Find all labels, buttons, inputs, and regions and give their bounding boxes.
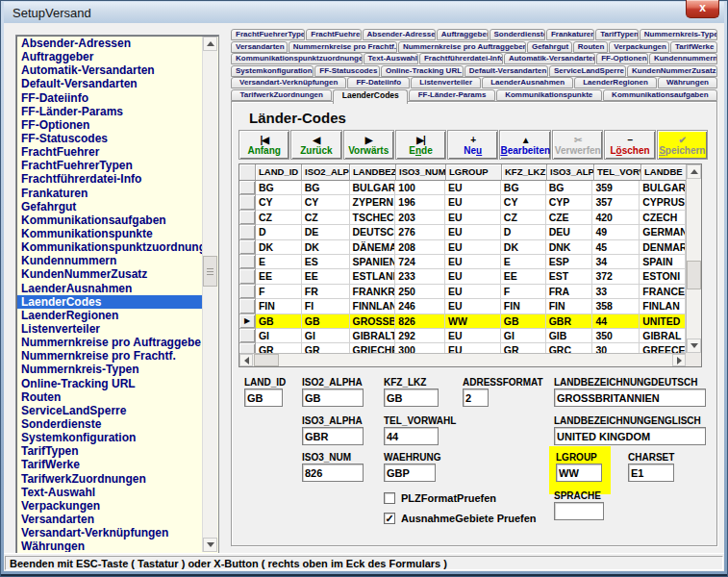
tab-nummernkreis-typen[interactable]: Nummernkreis-Typen: [640, 29, 717, 40]
record-selector[interactable]: [239, 240, 256, 255]
sidebar-item[interactable]: FrachtFuehrer: [17, 145, 202, 159]
sidebar-item[interactable]: KundenNummerZusatz: [17, 267, 202, 281]
close-button[interactable]: x: [686, 0, 719, 18]
tab-kommunikationsaufgaben[interactable]: Kommunikationsaufgaben: [603, 89, 717, 101]
sidebar-item[interactable]: Default-Versandarten: [17, 77, 202, 90]
tab-versandart-verkn-pfungen[interactable]: Versandart-Verknüpfungen: [231, 77, 346, 88]
waehrung-input[interactable]: [384, 464, 436, 482]
tab-laenderregionen[interactable]: LaenderRegionen: [574, 77, 657, 88]
adressformat-input[interactable]: [463, 389, 489, 407]
sidebar-item[interactable]: Systemkonfiguration: [17, 431, 202, 444]
sidebar-item[interactable]: FrachtFuehrerTypen: [17, 159, 202, 172]
sidebar-item[interactable]: LaenderCodes: [17, 295, 202, 309]
sidebar-item[interactable]: TarifwerkZuordnungen: [17, 472, 202, 486]
forward-button[interactable]: ▶Vorwärts: [343, 130, 394, 160]
tab-ff-statuscodes[interactable]: FF-Statuscodes: [314, 65, 380, 77]
tel-vorwahl-input[interactable]: [384, 427, 439, 445]
table-row[interactable]: EEEEESTLAND233EUEEEST372ESTONI: [239, 269, 686, 284]
sidebar-item[interactable]: Kommunikationspunkte: [17, 227, 202, 240]
tab-w-hrungen[interactable]: Währungen: [658, 77, 717, 88]
sidebar-item[interactable]: Kommunikationspunktzuordnung: [17, 240, 202, 254]
delete-button[interactable]: −Löschen: [604, 130, 655, 160]
sidebar-item[interactable]: FF-Optionen: [17, 118, 202, 132]
tab-default-versandarten[interactable]: Default-Versandarten: [464, 65, 548, 77]
sidebar-item[interactable]: FF-Statuscodes: [17, 132, 202, 145]
sidebar-item[interactable]: Versandarten: [17, 513, 202, 526]
column-header-tel_vorwa[interactable]: TEL_VORWA: [594, 164, 641, 181]
tab-ff-dateiinfo[interactable]: FF-Dateiinfo: [347, 77, 410, 88]
sidebar-item[interactable]: ServiceLandSperre: [17, 404, 202, 417]
scroll-down-icon[interactable]: [203, 538, 217, 552]
table-row[interactable]: ▶GBGBGROSSBRI826WWGBGBR44UNITED: [239, 314, 686, 329]
sidebar-item[interactable]: Frankaturen: [17, 187, 202, 200]
last-button[interactable]: ▶|Ende: [395, 130, 446, 160]
sidebar-item[interactable]: Online-Tracking URL: [17, 377, 202, 390]
sidebar-item[interactable]: Routen: [17, 390, 202, 404]
sidebar-item[interactable]: Versandart-Verknüpfungen: [17, 526, 202, 539]
tab-text-auswahl[interactable]: Text-Auswahl: [364, 53, 418, 64]
record-selector[interactable]: [239, 343, 256, 353]
grid-vscrollbar[interactable]: [686, 164, 701, 353]
sidebar-item[interactable]: Kundennummern: [17, 254, 202, 267]
column-header-land_id[interactable]: LAND_ID: [256, 164, 302, 181]
sidebar-item[interactable]: Text-Auswahl: [17, 486, 202, 499]
record-selector[interactable]: [239, 329, 256, 343]
record-selector[interactable]: [239, 195, 256, 210]
iso2-alpha-input[interactable]: [302, 389, 364, 407]
record-selector[interactable]: [239, 211, 256, 225]
ausnahmegebiete-checkbox[interactable]: ✓ AusnahmeGebiete Pruefen: [384, 513, 537, 524]
tab-tariftypen[interactable]: TarifTypen: [595, 29, 639, 40]
grid-scroll-up-icon[interactable]: [687, 164, 701, 179]
table-row[interactable]: CZCZTSCHECHIS203EUCZCZE420CZECH: [239, 211, 686, 225]
kfz-lkz-input[interactable]: [384, 389, 439, 407]
tab-kundennummerzusatz[interactable]: KundenNummerZusatz: [627, 65, 717, 77]
record-selector[interactable]: [239, 181, 256, 195]
tab-frachtfuehrertypen[interactable]: FrachtFuehrerTypen: [231, 29, 305, 40]
sidebar-scrollbar[interactable]: [202, 37, 217, 552]
current-record-marker-icon[interactable]: ▶: [239, 314, 256, 329]
tab-sonderdienste[interactable]: Sonderdienste: [490, 29, 545, 40]
grid-scroll-left-icon[interactable]: [239, 354, 253, 366]
first-button[interactable]: |◀Anfang: [238, 130, 289, 160]
scroll-up-icon[interactable]: [203, 37, 217, 51]
grid-scroll-down-icon[interactable]: [687, 339, 701, 353]
tab-automatik-versandarten[interactable]: Automatik-Versandarten: [504, 53, 595, 64]
landbezeichnungdeutsch-input[interactable]: [554, 389, 706, 407]
sidebar-item[interactable]: Nummernkreis-Typen: [17, 363, 202, 376]
tab-kundennummern[interactable]: Kundennummern: [649, 53, 717, 64]
tab-kommunikationspunkte[interactable]: Kommunikationspunkte: [496, 89, 602, 101]
column-header-landbezeic[interactable]: LANDBEZEIC: [350, 164, 396, 181]
sidebar-item[interactable]: Nummernkreise pro Auftraggebe: [17, 336, 202, 349]
save-button[interactable]: ✔Speichern: [657, 130, 708, 160]
tab-nummernkreise-pro-auftraggeber[interactable]: Nummernkreise pro Auftraggeber: [398, 41, 526, 53]
table-row[interactable]: FFRFRANKREIC250EUFFRA33FRANCE: [239, 285, 686, 299]
grid-hscrollbar[interactable]: [239, 353, 686, 366]
tab-frachtfuehrer[interactable]: FrachtFuehrer: [306, 29, 361, 40]
record-selector[interactable]: [239, 225, 256, 239]
title-bar[interactable]: SetupVersand: [4, 2, 724, 23]
table-row[interactable]: FINFIFINNLAND246EUFINFIN358FINLAN: [239, 299, 686, 314]
sidebar-item[interactable]: Währungen: [17, 539, 202, 552]
sidebar-item[interactable]: Listenverteiler: [17, 322, 202, 336]
sidebar-item[interactable]: Gefahrgut: [17, 200, 202, 213]
tab-laenderausnahmen[interactable]: LaenderAusnahmen: [482, 77, 573, 88]
tab-systemkonfiguration[interactable]: Systemkonfiguration: [231, 65, 314, 77]
landbezeichnungenglisch-input[interactable]: [554, 427, 706, 445]
checkbox-box[interactable]: ✓: [384, 513, 395, 524]
table-row[interactable]: DKDKDÄNEMARK208EUDKDNK45DENMAR: [239, 240, 686, 255]
column-header-iso3_alpha[interactable]: ISO3_ALPHA: [547, 164, 594, 181]
column-header-lgroup[interactable]: LGROUP: [446, 164, 502, 181]
column-header-iso2_alpha[interactable]: ISO2_ALPHA: [302, 164, 350, 181]
column-header-iso3_num[interactable]: ISO3_NUM: [396, 164, 446, 181]
record-selector[interactable]: [239, 255, 256, 269]
tab-nummernkreise-pro-frachtf-[interactable]: Nummernkreise pro Frachtf.: [289, 41, 397, 53]
sprache-input[interactable]: [554, 502, 604, 520]
grid-scroll-right-icon[interactable]: [672, 354, 686, 366]
tab-frankaturen[interactable]: Frankaturen: [546, 29, 594, 40]
record-selector[interactable]: [239, 285, 256, 299]
plzformatpruefen-checkbox[interactable]: ✓ PLZFormatPruefen: [384, 492, 496, 504]
column-header-landbe[interactable]: LANDBE: [641, 164, 688, 181]
tab-versandarten[interactable]: Versandarten: [231, 41, 288, 53]
table-row[interactable]: DDEDEUTSCHL.276EUDDEU49GERMAN: [239, 225, 686, 239]
tab-laendercodes[interactable]: LaenderCodes: [333, 89, 408, 104]
